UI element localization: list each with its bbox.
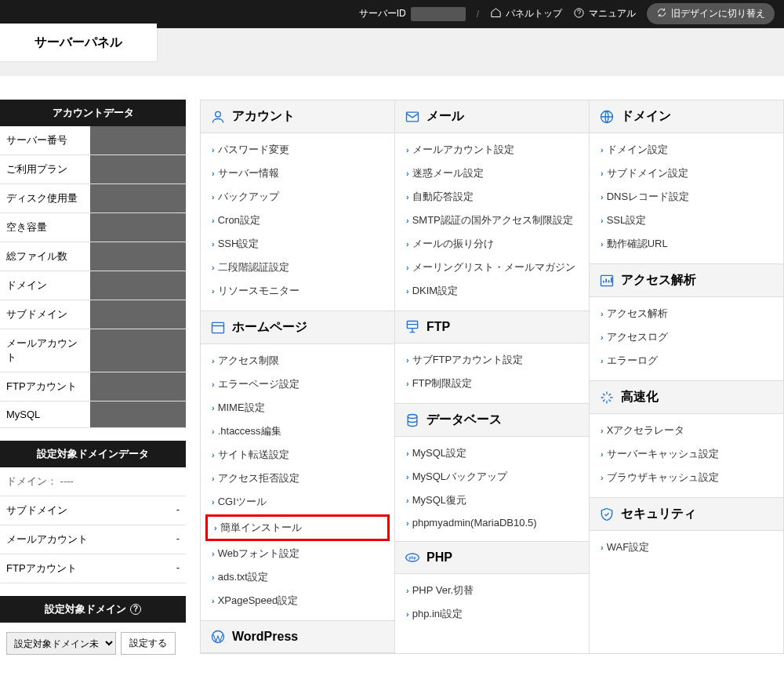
svg-text:php: php — [408, 555, 416, 560]
chevron-right-icon: › — [601, 449, 604, 459]
menu-item[interactable]: ›.htaccess編集 — [201, 420, 394, 443]
section-header-mail[interactable]: メール — [395, 100, 589, 133]
section-header-window[interactable]: ホームページ — [201, 311, 394, 344]
menu-item[interactable]: ›ドメイン設定 — [590, 138, 783, 162]
menu-item[interactable]: ›MIME設定 — [201, 396, 394, 420]
menu-item[interactable]: ›SSL設定 — [590, 209, 783, 232]
menu-item[interactable]: ›サブドメイン設定 — [590, 162, 783, 185]
menu-item[interactable]: ›ブラウザキャッシュ設定 — [590, 466, 783, 489]
section-title: アカウント — [232, 108, 295, 125]
menu-item[interactable]: ›XPageSpeed設定 — [201, 589, 394, 612]
menu-item[interactable]: ›php.ini設定 — [395, 602, 589, 626]
switch-design-button[interactable]: 旧デザインに切り替え — [647, 3, 775, 24]
manual-link[interactable]: マニュアル — [573, 7, 636, 21]
menu-item-label: php.ini設定 — [412, 607, 463, 621]
chevron-right-icon: › — [601, 145, 604, 154]
section-title: 高速化 — [621, 389, 659, 405]
section-header-speed[interactable]: 高速化 — [590, 380, 783, 414]
section-header-user[interactable]: アカウント — [201, 100, 394, 133]
chevron-right-icon: › — [212, 450, 215, 460]
chart-icon — [599, 273, 615, 289]
target-domain-controls: 設定対象ドメイン未 設定する — [0, 623, 186, 670]
menu-item[interactable]: ›Webフォント設定 — [201, 542, 394, 565]
chevron-right-icon: › — [406, 355, 409, 365]
section-title: WordPress — [232, 630, 298, 644]
chevron-right-icon: › — [212, 286, 215, 296]
sidebar-header-target-domain: 設定対象ドメイン ? — [0, 596, 186, 623]
set-domain-button[interactable]: 設定する — [121, 632, 176, 655]
chevron-right-icon: › — [212, 169, 215, 178]
section-header-ftp[interactable]: FTP — [395, 311, 589, 343]
menu-item[interactable]: ›アクセスログ — [590, 325, 783, 349]
menu-item-label: CGIツール — [218, 495, 267, 509]
menu-item[interactable]: ›ads.txt設定 — [201, 565, 394, 589]
menu-item[interactable]: ›MySQL設定 — [395, 441, 589, 465]
menu-item[interactable]: ›FTP制限設定 — [395, 372, 589, 395]
menu-item[interactable]: ›自動応答設定 — [395, 185, 589, 209]
help-icon[interactable]: ? — [130, 604, 141, 615]
menu-item[interactable]: ›サブFTPアカウント設定 — [395, 348, 589, 372]
menu-item[interactable]: ›サーバー情報 — [201, 162, 394, 185]
menu-item[interactable]: ›メールの振り分け — [395, 232, 589, 256]
section-header-db[interactable]: データベース — [395, 403, 589, 437]
menu-item[interactable]: ›バックアップ — [201, 185, 394, 209]
account-table: サーバー番号ご利用プランディスク使用量空き容量総ファイル数ドメインサブドメインメ… — [0, 126, 186, 428]
chevron-right-icon: › — [212, 356, 215, 365]
menu-item[interactable]: ›MySQL復元 — [395, 489, 589, 512]
mail-icon — [405, 109, 420, 125]
menu-item-label: 二段階認証設定 — [218, 260, 289, 274]
menu-item[interactable]: ›パスワード変更 — [201, 138, 394, 162]
menu-item[interactable]: ›Xアクセラレータ — [590, 419, 783, 442]
section-header-globe[interactable]: ドメイン — [590, 100, 783, 133]
panel-top-link[interactable]: パネルトップ — [490, 7, 562, 21]
menu-item[interactable]: ›エラーページ設定 — [201, 372, 394, 396]
section-title: セキュリティ — [621, 506, 696, 522]
section-header-php[interactable]: phpPHP — [395, 541, 589, 574]
menu-item-label: エラーページ設定 — [218, 377, 299, 391]
menu-item[interactable]: ›リソースモニター — [201, 279, 394, 303]
account-val — [90, 300, 186, 329]
section-title: FTP — [426, 320, 450, 334]
menu-item[interactable]: ›簡単インストール — [205, 514, 390, 541]
menu-item[interactable]: ›SSH設定 — [201, 232, 394, 256]
menu-item[interactable]: ›DKIM設定 — [395, 279, 589, 303]
menu-item[interactable]: ›エラーログ — [590, 349, 783, 372]
chevron-right-icon: › — [601, 169, 604, 178]
chevron-right-icon: › — [406, 609, 409, 619]
menu-item[interactable]: ›迷惑メール設定 — [395, 162, 589, 185]
menu-item[interactable]: ›アクセス制限 — [201, 349, 394, 372]
account-val — [90, 213, 186, 242]
menu-item[interactable]: ›SMTP認証の国外アクセス制限設定 — [395, 209, 589, 232]
menu-item[interactable]: ›動作確認URL — [590, 232, 783, 256]
menu-item-label: アクセスログ — [607, 330, 668, 344]
menu-item-label: WAF設定 — [607, 540, 649, 554]
section-header-shield[interactable]: セキュリティ — [590, 497, 783, 531]
menu-item[interactable]: ›phpmyadmin(MariaDB10.5) — [395, 512, 589, 533]
target-domain-select[interactable]: 設定対象ドメイン未 — [6, 632, 116, 655]
menu-item[interactable]: ›MySQLバックアップ — [395, 465, 589, 489]
account-key: 総ファイル数 — [0, 242, 90, 271]
menu-item-label: SSH設定 — [218, 237, 260, 251]
menu-item[interactable]: ›Cron設定 — [201, 209, 394, 232]
section-header-chart[interactable]: アクセス解析 — [590, 263, 783, 297]
server-id-value — [411, 7, 466, 21]
domain-data-row: FTPアカウント- — [0, 554, 186, 583]
menu-item[interactable]: ›アクセス解析 — [590, 302, 783, 325]
account-val — [90, 271, 186, 300]
chevron-right-icon: › — [212, 497, 215, 507]
menu-item[interactable]: ›WAF設定 — [590, 536, 783, 559]
chevron-right-icon: › — [406, 216, 409, 225]
menu-item[interactable]: ›アクセス拒否設定 — [201, 467, 394, 490]
menu-item[interactable]: ›二段階認証設定 — [201, 256, 394, 279]
menu-item[interactable]: ›CGIツール — [201, 490, 394, 514]
menu-item[interactable]: ›メールアカウント設定 — [395, 138, 589, 162]
chevron-right-icon: › — [212, 549, 215, 558]
menu-item[interactable]: ›サイト転送設定 — [201, 443, 394, 467]
menu-item[interactable]: ›DNSレコード設定 — [590, 185, 783, 209]
menu-item-label: リソースモニター — [218, 284, 299, 298]
menu-item[interactable]: ›PHP Ver.切替 — [395, 579, 589, 602]
menu-item[interactable]: ›メーリングリスト・メールマガジン — [395, 256, 589, 279]
chevron-right-icon: › — [406, 586, 409, 595]
section-header-wp[interactable]: WordPress — [201, 620, 394, 653]
menu-item[interactable]: ›サーバーキャッシュ設定 — [590, 442, 783, 466]
